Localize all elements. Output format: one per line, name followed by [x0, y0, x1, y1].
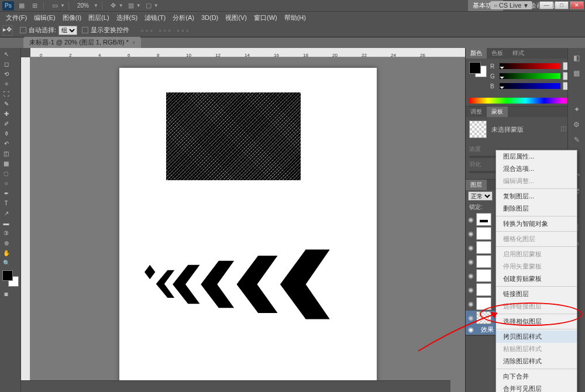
path-tool[interactable]: ↗ [2, 209, 11, 218]
g-slider[interactable] [500, 73, 560, 79]
menu-help[interactable]: 帮助(H) [281, 12, 309, 23]
3dcam-tool[interactable]: ⊚ [2, 239, 11, 247]
heal-tool[interactable]: ✚ [2, 109, 11, 118]
blur-tool[interactable]: ◌ [2, 169, 11, 178]
type-tool[interactable]: T [2, 199, 11, 208]
wand-tool[interactable]: ✧ [2, 80, 11, 88]
ctx-sellink: 选择链接图层 [496, 300, 577, 312]
ctx-copystyle[interactable]: 拷贝图层样式 [496, 331, 577, 343]
b-slider[interactable] [500, 83, 560, 89]
mask-label: 未选择蒙版 [491, 125, 558, 134]
ctx-mergedown[interactable]: 向下合并 [496, 370, 577, 383]
history-tool[interactable]: ↶ [2, 139, 11, 148]
pen-tool[interactable]: ✒ [2, 189, 11, 198]
r-slider[interactable] [500, 63, 560, 69]
cslive-button[interactable]: ○ CS Live ▼ [490, 1, 532, 9]
menu-image[interactable]: 图像(I) [59, 12, 85, 23]
window-controls: — □ ✕ [538, 1, 584, 9]
arrange-icon[interactable]: ▥ [126, 1, 136, 11]
ctx-mergevis[interactable]: 合并可见图层 [496, 383, 577, 392]
tab-swatches[interactable]: 色板 [487, 48, 508, 59]
marquee-tool[interactable]: ◻ [2, 60, 11, 68]
noise-rect [166, 92, 301, 180]
panel-icon-1[interactable]: ◧ [570, 51, 583, 64]
tab-adjust[interactable]: 调整 [466, 106, 487, 117]
tab-color[interactable]: 颜色 [466, 48, 487, 59]
zoom-level[interactable]: 20% [77, 2, 89, 9]
auto-select-type[interactable]: 组 [58, 26, 77, 35]
panel-icon-3[interactable]: ✦ [570, 103, 583, 116]
menu-view[interactable]: 视图(V) [222, 12, 250, 23]
lasso-tool[interactable]: ⟲ [2, 70, 11, 78]
document-tab[interactable]: 未标题-1 @ 20% (图层 1, RGB/8) *× [23, 37, 141, 48]
color-swatch[interactable] [2, 270, 19, 287]
ctx-clearstyle[interactable]: 清除图层样式 [496, 355, 577, 367]
arrow-shapes [130, 243, 364, 325]
mask-thumb[interactable] [469, 121, 487, 138]
tab-layers[interactable]: 图层 [466, 180, 487, 190]
panel-icon-4[interactable]: ⚙ [570, 118, 583, 131]
ctx-link[interactable]: 链接图层 [496, 288, 577, 300]
3d-tool[interactable]: ③ [2, 229, 11, 238]
current-tool-icon[interactable]: ▸✥ [2, 25, 13, 36]
ctx-raster: 栅格化图层 [496, 233, 577, 245]
menu-window[interactable]: 窗口(W) [250, 12, 281, 23]
eraser-tool[interactable]: ◫ [2, 149, 11, 158]
ctx-blend[interactable]: 混合选项... [496, 163, 577, 175]
document-tabs: 未标题-1 @ 20% (图层 1, RGB/8) *× [0, 37, 585, 48]
menu-file[interactable]: 文件(F) [2, 12, 30, 23]
layer-context-menu: 图层属性... 混合选项... 编辑调整... 复制图层... 删除图层 转换为… [495, 150, 577, 392]
hand-tool[interactable]: ✋ [2, 249, 11, 257]
ctx-pastestyle: 粘贴图层样式 [496, 343, 577, 355]
ctx-props[interactable]: 图层属性... [496, 150, 577, 163]
menu-3d[interactable]: 3D(D) [198, 13, 222, 22]
panel-icon-5[interactable]: ✎ [570, 133, 583, 146]
minimize-button[interactable]: — [539, 1, 553, 9]
ctx-editadj: 编辑调整... [496, 175, 577, 187]
ctx-clip[interactable]: 创建剪贴蒙板 [496, 273, 577, 285]
panel-icon-2[interactable]: ▦ [570, 67, 583, 80]
ctx-smart[interactable]: 转换为智能对象 [496, 218, 577, 230]
minibridge-icon[interactable]: ⊞ [29, 1, 40, 11]
ctx-enablevec: 停用矢量蒙板 [496, 260, 577, 273]
zoom-tool[interactable]: 🔍 [2, 259, 11, 267]
tab-close-icon[interactable]: × [132, 40, 135, 46]
align-buttons[interactable]: ▫▫▫ ▫▫▫ ▫▫▫ [141, 27, 191, 34]
shape-tool[interactable]: ▬ [2, 219, 11, 228]
ctx-del[interactable]: 删除图层 [496, 202, 577, 215]
hand-icon[interactable]: ✥ [108, 1, 119, 11]
document-canvas-wrap [21, 57, 465, 392]
move-tool[interactable]: ↖ [2, 50, 11, 59]
dodge-tool[interactable]: ○ [2, 179, 11, 188]
tab-masks[interactable]: 蒙板 [487, 106, 508, 117]
quickmask-tool[interactable]: ◙ [2, 290, 11, 298]
ruler-horizontal: 0 2 4 6 8 10 12 14 16 18 20 22 24 26 [30, 48, 465, 57]
stamp-tool[interactable]: ⚱ [2, 129, 11, 138]
hue-bar[interactable] [469, 98, 581, 104]
tab-styles[interactable]: 样式 [508, 48, 529, 59]
auto-select-checkbox[interactable] [20, 27, 26, 33]
ctx-dup[interactable]: 复制图层... [496, 190, 577, 202]
menu-layer[interactable]: 图层(L) [85, 12, 112, 23]
ctx-enablemask: 启用图层蒙板 [496, 248, 577, 260]
crop-tool[interactable]: ⛶ [2, 90, 11, 98]
show-transform-checkbox[interactable] [82, 27, 88, 33]
brush-tool[interactable]: ✐ [2, 119, 11, 128]
menu-analysis[interactable]: 分析(A) [169, 12, 198, 23]
canvas[interactable] [119, 68, 377, 390]
show-transform-label: 显示变换控件 [91, 26, 129, 35]
close-button[interactable]: ✕ [570, 1, 584, 9]
menu-select[interactable]: 选择(S) [113, 12, 142, 23]
maximize-button[interactable]: □ [555, 1, 569, 9]
screenmode-icon[interactable]: ▢ [143, 1, 154, 11]
menu-filter[interactable]: 滤镜(T) [141, 12, 169, 23]
toolbox: ↖◻ ⟲✧ ⛶✎ ✚✐ ⚱↶ ◫▦ ◌○ ✒T ↗▬ ③⊚ ✋🔍 ◙ [0, 48, 21, 392]
gradient-tool[interactable]: ▦ [2, 159, 11, 168]
blend-mode[interactable]: 正常 [468, 191, 493, 201]
menu-edit[interactable]: 编辑(E) [30, 12, 59, 23]
color-swatch-panel[interactable] [469, 62, 487, 77]
bridge-icon[interactable]: ▦ [16, 1, 27, 11]
ctx-selsim[interactable]: 选择相似图层 [496, 315, 577, 328]
viewextras-icon[interactable]: ▭ [50, 1, 60, 11]
eyedropper-tool[interactable]: ✎ [2, 99, 11, 108]
